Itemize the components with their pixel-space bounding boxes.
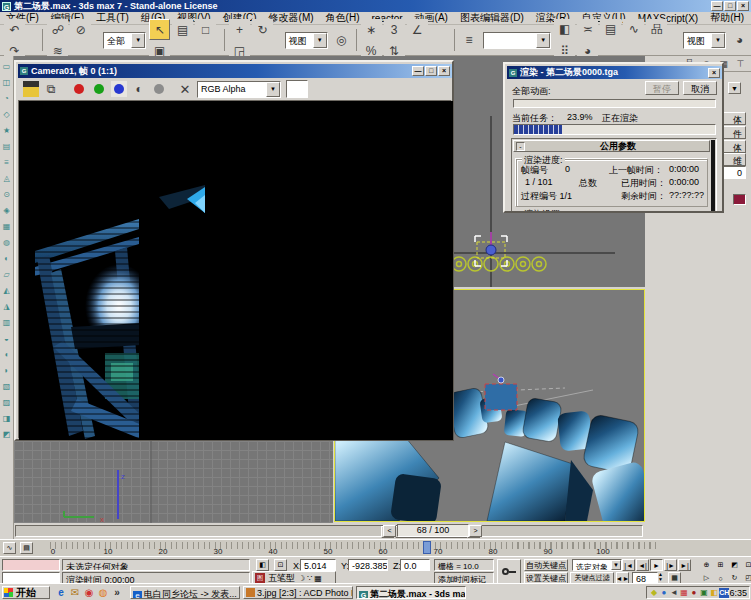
volume-icon[interactable]: ◄ (669, 588, 679, 598)
track-bar[interactable]: ∿ ▤ 0102030405060708090100 (0, 539, 751, 556)
previous-frame-button[interactable]: ◄| (636, 559, 649, 571)
taskbar-item-forum[interactable]: e电白同乡论坛 -> 发表... (130, 586, 240, 599)
select-and-link-icon[interactable]: ☍ (47, 19, 68, 40)
next-frame-button[interactable]: |► (664, 559, 677, 571)
side-toolbar-icon-17[interactable]: ▥ (1, 316, 13, 328)
red-channel-icon[interactable] (70, 80, 88, 98)
absolute-offset-toggle-icon[interactable]: ⊡ (274, 559, 287, 571)
side-toolbar-icon-16[interactable]: ◮ (1, 300, 13, 312)
edit-named-selections-icon[interactable]: ≡ (459, 30, 480, 51)
side-toolbar-icon-3[interactable]: ◔ (1, 92, 13, 104)
side-toolbar-icon-5[interactable]: ★ (1, 124, 13, 136)
track-bar-filter-icon[interactable]: ▤ (20, 542, 33, 554)
close-button[interactable]: × (737, 1, 749, 11)
undo-icon[interactable]: ↶ (4, 19, 25, 40)
side-toolbar-icon-21[interactable]: ▧ (1, 380, 13, 392)
restore-button[interactable]: □ (724, 1, 736, 11)
previous-frame-arrow[interactable]: < (383, 525, 396, 537)
set-key-toggle-button[interactable] (497, 559, 521, 584)
object-category-dropdown-arrow[interactable]: ▼ (728, 82, 741, 94)
side-toolbar-icon-10[interactable]: ◈ (1, 204, 13, 216)
play-button[interactable]: ► (650, 559, 663, 571)
layer-manager-icon[interactable]: ▤ (600, 19, 621, 40)
go-to-end-button[interactable]: ►| (678, 559, 691, 571)
maxscript-mini-listener-pink[interactable] (2, 559, 60, 571)
z-coordinate-field[interactable]: 0.0 (400, 559, 430, 571)
key-mode-dropdown[interactable]: 选定对象▼ (572, 559, 622, 571)
side-toolbar-icon-12[interactable]: ◍ (1, 236, 13, 248)
side-toolbar-icon-6[interactable]: ▤ (1, 140, 13, 152)
side-toolbar-icon-8[interactable]: ◬ (1, 172, 13, 184)
zoom-all-icon[interactable]: ⊞ (714, 559, 727, 571)
render-dialog-close-button[interactable]: × (708, 68, 720, 78)
use-pivot-center-icon[interactable]: ◎ (331, 30, 352, 51)
blue-channel-icon[interactable] (110, 80, 128, 98)
background-color-swatch[interactable] (286, 80, 308, 98)
side-toolbar-icon-20[interactable]: ◗ (1, 364, 13, 376)
taskbar-item-acdsee[interactable]: 3.jpg [2:3] : ACD Photo E... (243, 586, 353, 599)
angle-snap-icon[interactable]: ∠ (407, 19, 428, 40)
mirror-icon[interactable]: ◧ (554, 19, 575, 40)
side-toolbar-icon-11[interactable]: ▦ (1, 220, 13, 232)
reference-coordinate-dropdown[interactable]: 视图▼ (285, 32, 328, 49)
render-type-dropdown[interactable]: 视图▼ (683, 32, 726, 49)
side-toolbar-icon-2[interactable]: ◫ (1, 76, 13, 88)
time-slider-track[interactable] (15, 525, 643, 537)
ime-halfwidth-icon[interactable]: ☽ (298, 574, 305, 583)
mini-curve-editor-icon[interactable]: ∿ (3, 542, 16, 554)
select-object-icon[interactable]: ↖ (149, 19, 170, 40)
language-indicator[interactable]: CH (719, 588, 729, 598)
rectangular-selection-region-icon[interactable]: □ (195, 19, 216, 40)
select-and-rotate-icon[interactable]: ↻ (252, 19, 273, 40)
snap-toggle-icon[interactable]: 3 (384, 19, 405, 40)
qq-icon[interactable]: ◉ (82, 586, 96, 599)
pause-button[interactable]: 暂停 (645, 81, 679, 95)
named-selection-dropdown[interactable]: ▼ (483, 32, 552, 49)
zoom-extents-all-icon[interactable]: ⊡ (742, 559, 751, 571)
side-toolbar-icon-4[interactable]: ◇ (1, 108, 13, 120)
align-icon[interactable]: ≍ (577, 19, 598, 40)
rollout-scrollbar[interactable] (711, 140, 715, 213)
media-player-icon[interactable]: ◍ (96, 586, 110, 599)
clear-image-icon[interactable]: ✕ (176, 80, 194, 98)
quick-launch-chevron-icon[interactable]: » (110, 586, 124, 599)
render-window-restore-button[interactable]: □ (425, 66, 437, 76)
side-toolbar-icon-22[interactable]: ▨ (1, 396, 13, 408)
ime-logo-icon[interactable]: 图 (255, 573, 265, 583)
side-toolbar-icon-23[interactable]: ◨ (1, 412, 13, 424)
zoom-extents-icon[interactable]: ◩ (728, 559, 741, 571)
side-toolbar-icon-9[interactable]: ⊙ (1, 188, 13, 200)
schematic-view-icon[interactable]: 品 (646, 19, 667, 40)
object-color-swatch[interactable] (733, 194, 746, 205)
ie-icon[interactable]: e (54, 586, 68, 599)
menu-help[interactable]: 帮助(H) (704, 11, 750, 25)
unlink-icon[interactable]: ⊘ (70, 19, 91, 40)
minimize-button[interactable]: — (711, 1, 723, 11)
save-image-icon[interactable] (22, 80, 40, 98)
side-toolbar-icon-14[interactable]: ▱ (1, 268, 13, 280)
grid-tray-icon[interactable]: ▦ (679, 588, 689, 598)
alpha-channel-icon[interactable]: ◐ (130, 80, 148, 98)
channel-display-dropdown[interactable]: RGB Alpha▼ (197, 81, 281, 98)
player-tray-icon[interactable]: ● (689, 588, 699, 598)
lock-tray-icon[interactable]: ◧ (709, 588, 719, 598)
green-channel-icon[interactable] (90, 80, 108, 98)
mail-icon[interactable]: ✉ (68, 586, 82, 599)
ime-keyboard-icon[interactable]: ▦ (314, 574, 322, 583)
select-by-name-icon[interactable]: ▤ (172, 19, 193, 40)
select-and-manipulate-icon[interactable]: ∗ (361, 19, 382, 40)
ime-punctuation-icon[interactable]: ∵ (307, 574, 312, 583)
clone-image-icon[interactable]: ⧉ (42, 80, 60, 98)
x-coordinate-field[interactable]: 5.014 (300, 559, 336, 571)
side-toolbar-icon-13[interactable]: ◐ (1, 252, 13, 264)
side-toolbar-icon-1[interactable]: ▭ (1, 60, 13, 72)
monochrome-icon[interactable] (150, 80, 168, 98)
select-and-move-icon[interactable]: + (229, 19, 250, 40)
render-window-minimize-button[interactable]: — (412, 66, 424, 76)
selection-lock-icon[interactable]: ◧ (256, 559, 269, 571)
menu-graph-editors[interactable]: 图表编辑器(D) (454, 11, 530, 25)
selection-filter-dropdown[interactable]: 全部▼ (103, 32, 146, 49)
utilities-tab-icon[interactable]: ⊤ (733, 57, 748, 70)
go-to-start-button[interactable]: |◄ (622, 559, 635, 571)
menu-character[interactable]: 角色(H) (320, 11, 366, 25)
